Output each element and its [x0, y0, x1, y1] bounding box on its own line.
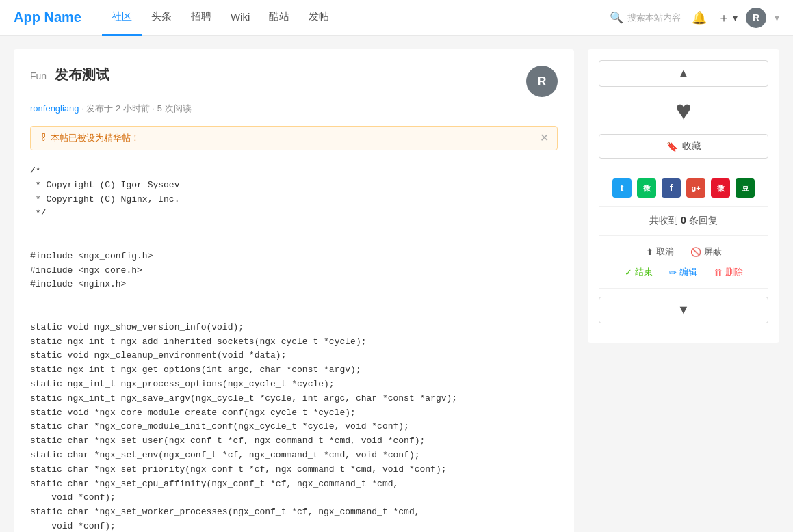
downvote-row: ▼: [599, 297, 768, 323]
delete-icon: 🗑: [714, 267, 723, 278]
mod-row-2: ✓ 结束 ✏ 编辑 🗑 删除: [599, 265, 768, 280]
search-box[interactable]: 🔍 搜索本站内容: [610, 11, 681, 24]
logo-name: Name: [40, 10, 81, 25]
up-arrow-icon: ▲: [677, 66, 690, 81]
divider-1: [599, 170, 768, 170]
main-nav: 社区 头条 招聘 Wiki 酷站 发帖: [102, 0, 339, 36]
create-button[interactable]: ＋ ▾: [718, 10, 738, 26]
block-label: 屏蔽: [704, 245, 722, 258]
delete-label: 删除: [725, 266, 743, 278]
notice-bar: 🎖 本帖已被设为精华帖！ ✕: [30, 126, 558, 150]
user-avatar[interactable]: R: [746, 8, 766, 28]
share-row: t 微 f g+ 微 豆: [599, 178, 768, 198]
block-button[interactable]: 🚫 屏蔽: [688, 244, 725, 259]
block-icon: 🚫: [690, 247, 701, 257]
share-douban-icon[interactable]: 豆: [736, 178, 755, 198]
notice-close-button[interactable]: ✕: [540, 133, 549, 144]
post-meta: ronfengliang · 发布于 2 小时前 · 5 次阅读: [30, 103, 558, 115]
end-label: 结束: [635, 266, 653, 278]
reply-count-prefix: 共收到: [649, 215, 681, 226]
nav-item-headline[interactable]: 头条: [142, 0, 181, 36]
share-facebook-icon[interactable]: f: [662, 178, 681, 198]
edit-label: 编辑: [679, 266, 697, 278]
mod-row-1: ⬆ 取消 🚫 屏蔽: [599, 244, 768, 259]
nav-item-post[interactable]: 发帖: [299, 0, 339, 36]
header: App Name 社区 头条 招聘 Wiki 酷站 发帖 🔍 搜索本站内容 🔔 …: [0, 0, 793, 36]
post-title: Fun 发布测试: [30, 66, 109, 84]
search-icon: 🔍: [610, 11, 623, 24]
reply-count-suffix: 条回复: [686, 215, 718, 226]
end-button[interactable]: ✓ 结束: [622, 265, 655, 280]
app-logo[interactable]: App Name: [14, 10, 81, 25]
cancel-icon: ⬆: [646, 247, 653, 257]
nav-item-wiki[interactable]: Wiki: [221, 0, 259, 36]
create-dropdown-icon: ▾: [733, 12, 738, 23]
divider-4: [599, 288, 768, 289]
post-author-avatar: R: [526, 66, 558, 97]
post-author-link[interactable]: ronfengliang: [30, 103, 79, 114]
notice-message: 🎖 本帖已被设为精华帖！: [39, 132, 140, 144]
nav-item-community[interactable]: 社区: [102, 0, 142, 36]
logo-app: App: [14, 10, 40, 25]
notice-text: 🎖 本帖已被设为精华帖！: [39, 132, 140, 144]
user-dropdown-icon[interactable]: ▾: [775, 12, 779, 23]
header-right: 🔍 搜索本站内容 🔔 ＋ ▾ R ▾: [610, 8, 779, 28]
down-arrow-icon: ▼: [677, 303, 690, 317]
nav-item-jobs[interactable]: 招聘: [181, 0, 221, 36]
collect-label: 收藏: [682, 140, 701, 152]
end-icon: ✓: [625, 267, 632, 278]
notification-icon[interactable]: 🔔: [689, 8, 710, 28]
post-title-text: 发布测试: [55, 67, 109, 82]
mod-actions: ⬆ 取消 🚫 屏蔽 ✓ 结束 ✏ 编辑: [599, 244, 768, 280]
search-placeholder-text: 搜索本站内容: [627, 12, 681, 24]
plus-icon: ＋: [718, 10, 730, 26]
share-twitter-icon[interactable]: t: [612, 178, 632, 198]
post-meta-sep1: · 发布于 2 小时前 ·: [79, 103, 157, 114]
sidebar-card: ▲ ♥ 🔖 收藏 t 微 f g+ 微 豆: [588, 49, 779, 343]
reply-count: 共收到 0 条回复: [599, 215, 768, 227]
post-tag: Fun: [30, 70, 47, 81]
upvote-button[interactable]: ▲: [599, 60, 768, 87]
bookmark-icon: 🔖: [666, 141, 678, 152]
share-wechat-icon[interactable]: 微: [637, 178, 656, 198]
divider-3: [599, 235, 768, 236]
share-weibo-icon[interactable]: 微: [711, 178, 730, 198]
downvote-button[interactable]: ▼: [599, 297, 768, 323]
code-block: /* * Copyright (C) Igor Sysoev * Copyrig…: [30, 164, 558, 532]
cancel-label: 取消: [656, 245, 674, 258]
nav-item-cool-sites[interactable]: 酷站: [259, 0, 299, 36]
divider-2: [599, 206, 768, 207]
reply-count-number: 0: [681, 215, 686, 226]
delete-button[interactable]: 🗑 删除: [711, 265, 746, 280]
like-area: ♥: [599, 95, 768, 126]
post-title-row: Fun 发布测试 R: [30, 66, 558, 97]
edit-button[interactable]: ✏ 编辑: [666, 265, 700, 280]
edit-icon: ✏: [669, 267, 677, 278]
upvote-row: ▲: [599, 60, 768, 87]
cancel-button[interactable]: ⬆ 取消: [643, 244, 677, 259]
main-layout: Fun 发布测试 R ronfengliang · 发布于 2 小时前 · 5 …: [0, 36, 793, 532]
collect-button[interactable]: 🔖 收藏: [599, 134, 768, 159]
share-googleplus-icon[interactable]: g+: [686, 178, 705, 198]
post-read-count: 5 次阅读: [157, 103, 192, 114]
content-area: Fun 发布测试 R ronfengliang · 发布于 2 小时前 · 5 …: [14, 49, 574, 532]
sidebar: ▲ ♥ 🔖 收藏 t 微 f g+ 微 豆: [588, 49, 779, 532]
like-heart-icon[interactable]: ♥: [675, 95, 692, 126]
